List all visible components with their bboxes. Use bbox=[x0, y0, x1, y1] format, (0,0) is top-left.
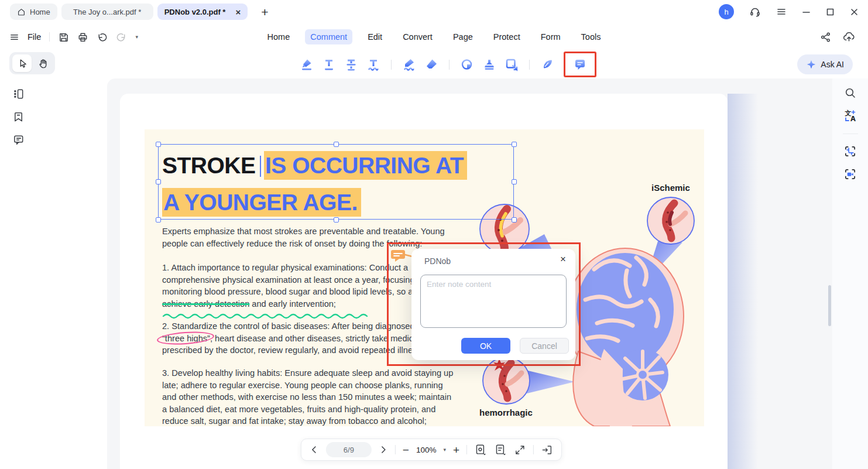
page-view-mode-icon[interactable] bbox=[474, 443, 487, 456]
strikethrough-text-tool-icon[interactable] bbox=[344, 57, 358, 71]
maximize-icon[interactable] bbox=[826, 8, 835, 16]
support-headset-icon[interactable] bbox=[749, 6, 761, 18]
toolbar-separator bbox=[449, 60, 450, 70]
screenshot-crop-icon[interactable] bbox=[843, 145, 857, 158]
selection-handle[interactable] bbox=[334, 142, 339, 147]
previous-page-icon[interactable] bbox=[310, 445, 319, 454]
zoom-in-button[interactable]: + bbox=[453, 444, 459, 456]
dialog-title: PDNob bbox=[424, 256, 451, 266]
ai-sparkle-icon bbox=[806, 59, 816, 70]
paragraph-3: 3. Develop healthy living habits: Ensure… bbox=[162, 367, 453, 426]
page-fit-mode-icon[interactable] bbox=[494, 443, 507, 456]
document-tab-1[interactable]: The Joy o...ark.pdf * bbox=[61, 4, 153, 20]
selection-handle[interactable] bbox=[512, 179, 517, 184]
divider bbox=[533, 445, 534, 454]
translate-icon[interactable]: 文 A bbox=[843, 109, 857, 123]
close-window-icon[interactable] bbox=[850, 8, 859, 16]
zoom-out-button[interactable]: − bbox=[403, 444, 409, 456]
note-content-input[interactable] bbox=[420, 275, 567, 328]
minimize-icon[interactable] bbox=[802, 8, 811, 16]
document-tab-1-label: The Joy o...ark.pdf * bbox=[73, 8, 141, 16]
shapes-tool-icon[interactable] bbox=[460, 57, 474, 71]
strikethrough-annotation[interactable]: achieve early detection bbox=[162, 299, 249, 309]
page-indicator-input[interactable]: 6/9 bbox=[326, 442, 372, 457]
divider bbox=[49, 32, 50, 42]
selection-handle[interactable] bbox=[512, 217, 517, 222]
next-page-icon[interactable] bbox=[379, 445, 388, 454]
toolbar-separator bbox=[529, 60, 530, 70]
cursor-icon bbox=[17, 58, 28, 69]
fullscreen-icon[interactable] bbox=[514, 444, 526, 456]
squiggly-line-annotation[interactable] bbox=[162, 312, 368, 319]
divider bbox=[466, 445, 467, 454]
home-tab[interactable]: Home bbox=[10, 4, 57, 20]
squiggly-underline-tool-icon[interactable] bbox=[366, 57, 380, 71]
screen-record-icon[interactable] bbox=[843, 167, 857, 181]
hand-icon bbox=[37, 58, 48, 69]
file-menu[interactable]: File bbox=[28, 32, 41, 42]
selection-handle[interactable] bbox=[156, 179, 161, 184]
selection-handle[interactable] bbox=[156, 142, 161, 147]
right-sidebar: 文 A bbox=[832, 78, 868, 469]
underline-text-tool-icon[interactable] bbox=[322, 57, 336, 71]
comments-panel-icon[interactable] bbox=[12, 133, 25, 146]
app-menu-icon[interactable] bbox=[776, 6, 787, 17]
collapse-panel-icon[interactable] bbox=[541, 444, 553, 456]
cancel-button[interactable]: Cancel bbox=[520, 338, 569, 354]
highlight-tool-icon[interactable] bbox=[300, 57, 314, 71]
tab-bar: Home The Joy o...ark.pdf * PDNob v2.0.pd… bbox=[0, 0, 868, 23]
pencil-draw-tool-icon[interactable] bbox=[402, 57, 416, 71]
document-tab-2[interactable]: PDNob v2.0.pdf * × bbox=[157, 4, 248, 20]
user-avatar[interactable]: h bbox=[719, 4, 734, 19]
tab-convert[interactable]: Convert bbox=[397, 29, 438, 44]
ask-ai-button[interactable]: Ask AI bbox=[797, 54, 853, 74]
tab-edit[interactable]: Edit bbox=[362, 29, 387, 44]
snapshot-tool-icon[interactable] bbox=[505, 57, 519, 71]
thumbnails-panel-icon[interactable] bbox=[12, 88, 25, 100]
document-tab-2-label: PDNob v2.0.pdf * bbox=[164, 8, 226, 16]
ok-button[interactable]: OK bbox=[461, 338, 510, 354]
tab-protect[interactable]: Protect bbox=[488, 29, 526, 44]
share-icon[interactable] bbox=[820, 32, 831, 43]
selection-handle[interactable] bbox=[512, 142, 517, 147]
tab-page[interactable]: Page bbox=[448, 29, 478, 44]
red-highlight-tool-box-outline bbox=[544, 50, 578, 77]
ask-ai-label: Ask AI bbox=[821, 60, 844, 69]
bookmarks-panel-icon[interactable] bbox=[12, 111, 25, 123]
home-tab-label: Home bbox=[30, 8, 50, 16]
eraser-tool-icon[interactable] bbox=[424, 57, 438, 71]
select-tool-button[interactable] bbox=[12, 54, 32, 72]
hemorrhagic-label: hemorrhagic bbox=[479, 408, 533, 417]
tab-comment[interactable]: Comment bbox=[305, 29, 352, 44]
new-tab-button[interactable]: + bbox=[261, 6, 268, 18]
selection-handle[interactable] bbox=[334, 217, 339, 222]
note-dialog: PDNob × OK Cancel bbox=[411, 249, 575, 360]
print-icon[interactable] bbox=[77, 32, 88, 43]
card-shadow bbox=[728, 94, 758, 469]
hand-tool-button[interactable] bbox=[33, 54, 52, 72]
save-icon[interactable] bbox=[58, 32, 69, 43]
divider bbox=[395, 445, 396, 454]
tab-form[interactable]: Form bbox=[536, 29, 566, 44]
tab-home[interactable]: Home bbox=[262, 29, 296, 44]
cloud-upload-icon[interactable] bbox=[843, 31, 855, 43]
toolbar-separator bbox=[391, 60, 392, 70]
redo-icon[interactable] bbox=[116, 32, 127, 43]
close-tab-icon[interactable]: × bbox=[235, 7, 241, 17]
stamp-tool-icon[interactable] bbox=[482, 57, 496, 71]
undo-dropdown-caret-icon[interactable]: ▾ bbox=[135, 34, 138, 40]
pointer-mode-toggle bbox=[9, 52, 55, 74]
zoom-level[interactable]: 100% bbox=[416, 446, 437, 454]
selection-box[interactable] bbox=[158, 144, 514, 220]
zoom-dropdown-caret-icon[interactable]: ▾ bbox=[444, 447, 447, 453]
tab-tools[interactable]: Tools bbox=[576, 29, 606, 44]
undo-icon[interactable] bbox=[97, 32, 108, 43]
vertical-scrollbar[interactable] bbox=[828, 285, 831, 326]
left-panel bbox=[37, 78, 107, 469]
dialog-close-icon[interactable]: × bbox=[560, 254, 566, 265]
file-menu-icon[interactable] bbox=[9, 32, 19, 42]
selection-handle[interactable] bbox=[156, 217, 161, 222]
circle-annotation[interactable]: “three highs” bbox=[162, 334, 210, 343]
left-sidebar bbox=[0, 78, 37, 469]
search-icon[interactable] bbox=[844, 87, 857, 100]
